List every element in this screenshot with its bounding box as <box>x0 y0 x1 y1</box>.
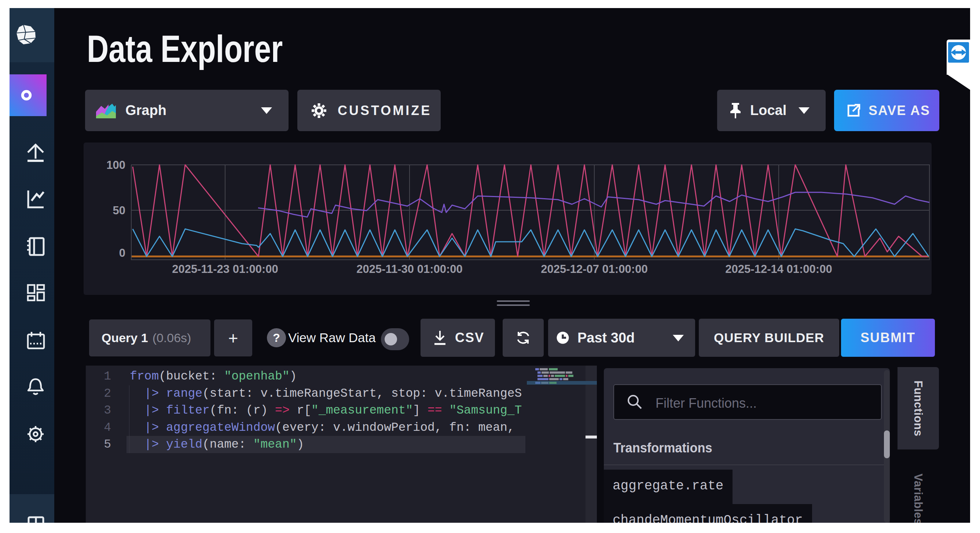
svg-text:50: 50 <box>113 204 126 217</box>
svg-text:2025-11-30 01:00:00: 2025-11-30 01:00:00 <box>356 263 463 276</box>
svg-text:0: 0 <box>119 246 126 259</box>
svg-text:2025-11-23 01:00:00: 2025-11-23 01:00:00 <box>172 263 278 276</box>
svg-text:2025-12-07 01:00:00: 2025-12-07 01:00:00 <box>541 263 648 276</box>
svg-text:2025-12-14 01:00:00: 2025-12-14 01:00:00 <box>725 263 832 276</box>
svg-text:100: 100 <box>106 159 126 171</box>
